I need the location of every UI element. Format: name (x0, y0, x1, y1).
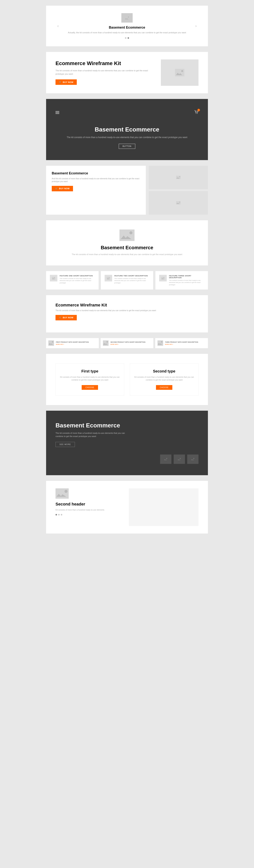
product-list-name-3: THIRD PRODUCT WITH SHORT DESCRIPTION (165, 341, 198, 343)
carousel-dot-2[interactable] (128, 37, 129, 39)
pricing-card-second: Second type Kit consists of more than a … (130, 363, 198, 396)
col-right-images (149, 166, 208, 215)
thumbnail-1 (160, 455, 171, 464)
product-list-section: FIRST PRODUCT WITH SHORT DESCRIPTION MOR… (46, 338, 208, 348)
hamburger-icon[interactable] (56, 111, 59, 114)
second-header-dots (56, 514, 125, 516)
second-header-title: Second header (56, 502, 125, 507)
product-title: Ecommerce Wireframe Kit (56, 60, 153, 67)
product-list-info-2: SECOND PRODUCT WITH SHORT DESCRIPTION MO… (110, 341, 146, 345)
svg-point-25 (166, 458, 167, 459)
kit-section: Ecommerce Wireframe Kit The kit consists… (46, 295, 208, 333)
hero-dark-section: 2 Basement Ecommerce The kit consists of… (46, 99, 208, 160)
carousel-next-arrow[interactable]: › (195, 24, 197, 28)
svg-point-3 (181, 70, 183, 72)
second-header-image (56, 488, 69, 499)
product-image-placeholder (161, 59, 198, 86)
pricing-second-choose-button[interactable]: CHOOSE (156, 385, 172, 390)
pricing-first-title: First type (59, 369, 120, 373)
feature-card-content-1: FEATURE ONE SHORT DESCRIPTION The conten… (60, 275, 95, 284)
pricing-second-title: Second type (134, 369, 195, 373)
hero-dark-nav: 2 (56, 110, 198, 115)
col-card-title: Basement Ecommerce (52, 172, 140, 175)
carousel-section: ‹ Basement Ecommerce Actually, the kit c… (46, 6, 208, 46)
hamburger-line-1 (56, 111, 59, 112)
cart-icon-wrapper[interactable]: 2 (194, 110, 198, 115)
svg-point-13 (54, 277, 55, 278)
svg-rect-12 (52, 277, 55, 280)
svg-rect-10 (120, 229, 134, 241)
kit-header: Ecommerce Wireframe Kit The kit consists… (56, 303, 198, 320)
hamburger-line-3 (56, 114, 59, 114)
hero-dark-button[interactable]: BUTTON (119, 144, 135, 149)
feature-banner-desc: The kit consists of more than a hundred … (56, 253, 198, 256)
dark-footer-title: Basement Ecommerce (56, 422, 198, 429)
product-list-item-1: FIRST PRODUCT WITH SHORT DESCRIPTION MOR… (46, 338, 99, 348)
product-desc: The kit consists of more than a hundred … (56, 69, 153, 75)
carousel-title: Basement Ecommerce (59, 26, 195, 30)
feature-card-name-3: FEATURE THREE SHORT DESCRIPTION (169, 275, 204, 279)
second-header-section: Second header Kit consists of more than … (46, 481, 208, 533)
kit-title: Ecommerce Wireframe Kit (56, 303, 198, 308)
svg-rect-2 (175, 69, 184, 76)
dark-footer-section: Basement Ecommerce The kit consists of m… (46, 411, 208, 475)
product-list-more-3[interactable]: MORE INFO › (165, 344, 198, 345)
svg-point-19 (52, 341, 54, 343)
svg-point-15 (109, 277, 109, 278)
col-card-button[interactable]: 🛒 BUY NOW (52, 186, 73, 191)
product-list-more-2[interactable]: MORE INFO › (110, 344, 146, 345)
svg-rect-28 (191, 458, 195, 461)
thumbnail-2 (174, 455, 185, 464)
kit-buy-button[interactable]: 🛒 BUY NOW (56, 315, 77, 320)
carousel-dot-1[interactable] (125, 37, 126, 39)
product-info: Ecommerce Wireframe Kit The kit consists… (56, 60, 161, 85)
svg-point-7 (179, 176, 180, 177)
dark-footer-thumbnails (56, 455, 198, 464)
feature-banner-section: Basement Ecommerce The kit consists of m… (46, 220, 208, 266)
col-left-card: Basement Ecommerce And this kit consists… (46, 166, 146, 215)
product-list-more-1[interactable]: MORE INFO › (56, 344, 89, 345)
see-more-button[interactable]: SEE MORE (56, 442, 75, 447)
pricing-second-desc: Kit consists of more than a hundred read… (134, 376, 195, 381)
page-wrapper: ‹ Basement Ecommerce Actually, the kit c… (0, 0, 254, 539)
carousel-desc: Actually, the kit consists of more than … (59, 31, 195, 34)
buy-now-button[interactable]: 🛒 BUY NOW (56, 80, 77, 85)
carousel-prev-arrow[interactable]: ‹ (57, 24, 59, 28)
second-header-desc: Kit consists of more than a hundred read… (56, 508, 125, 511)
feature-card-icon-3 (159, 275, 167, 281)
svg-point-21 (106, 341, 108, 343)
feature-card-desc-3: The content consists of more than ready-… (169, 279, 204, 286)
pricing-first-choose-button[interactable]: CHOOSE (82, 385, 98, 390)
pricing-first-desc: Kit consists of more than a hundred read… (59, 376, 120, 381)
svg-rect-0 (124, 16, 130, 20)
svg-rect-26 (178, 458, 181, 461)
product-list-icon-3 (157, 340, 163, 346)
two-col-section: Basement Ecommerce And this kit consists… (46, 166, 208, 215)
feature-card-content-2: FEATURE TWO SHORT DESCRIPTION The conten… (115, 275, 150, 284)
dark-footer-desc: The kit consists of more than a hundred … (56, 432, 127, 438)
second-header-dot-2[interactable] (58, 514, 60, 516)
product-list-name-2: SECOND PRODUCT WITH SHORT DESCRIPTION (110, 341, 146, 343)
svg-rect-8 (176, 201, 181, 205)
feature-card-name-2: FEATURE TWO SHORT DESCRIPTION (115, 275, 150, 277)
feature-card-content-3: FEATURE THREE SHORT DESCRIPTION The cont… (169, 275, 204, 286)
kit-desc: The kit consists of more than a hundred … (56, 309, 198, 312)
svg-point-1 (128, 17, 129, 18)
product-list-name-1: FIRST PRODUCT WITH SHORT DESCRIPTION (56, 341, 89, 343)
second-header-dot-3[interactable] (61, 514, 62, 516)
thumbnail-3 (187, 455, 198, 464)
svg-point-31 (65, 490, 68, 493)
feature-banner-image (120, 230, 134, 241)
product-list-icon-2 (103, 340, 108, 346)
cart-badge: 2 (197, 109, 200, 112)
product-list-info-3: THIRD PRODUCT WITH SHORT DESCRIPTION MOR… (165, 341, 198, 345)
svg-point-23 (161, 341, 163, 343)
col-btn-label: BUY NOW (59, 187, 70, 190)
carousel-content: Basement Ecommerce Actually, the kit con… (59, 13, 195, 39)
feature-card-desc-2: The content consists of more than ready-… (115, 277, 150, 284)
carousel-dots (59, 37, 195, 39)
feature-card-name-1: FEATURE ONE SHORT DESCRIPTION (60, 275, 95, 277)
second-header-dot-1[interactable] (56, 514, 57, 516)
product-list-info-1: FIRST PRODUCT WITH SHORT DESCRIPTION MOR… (56, 341, 89, 345)
svg-point-17 (163, 277, 164, 278)
